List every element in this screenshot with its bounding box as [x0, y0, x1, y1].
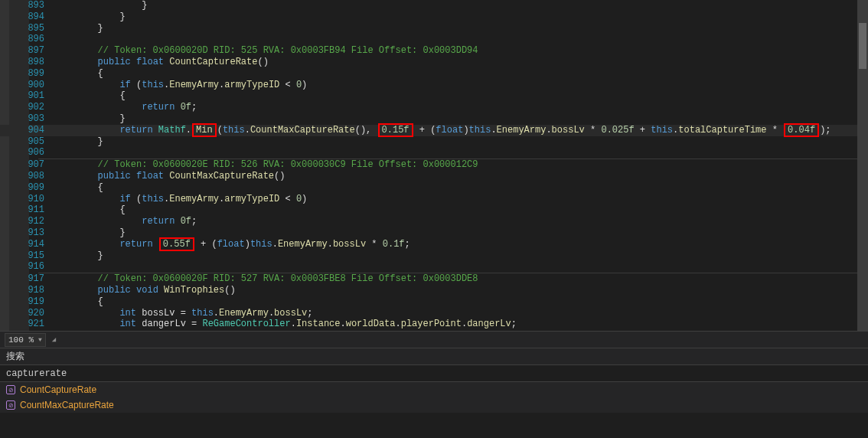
code-line[interactable]: 907 // Token: 0x0600020E RID: 526 RVA: 0…	[0, 159, 868, 171]
code-line[interactable]: 917 // Token: 0x0600020F RID: 527 RVA: 0…	[0, 273, 868, 285]
code-line[interactable]: 908 public float CountMaxCaptureRate()	[0, 171, 868, 182]
line-number: 914	[0, 239, 54, 250]
code-line[interactable]: 897 // Token: 0x0600020D RID: 525 RVA: 0…	[0, 45, 868, 57]
token: .	[245, 125, 250, 136]
token: *	[585, 125, 602, 136]
code-line[interactable]: 909 {	[0, 182, 868, 194]
code-line[interactable]: 921 int dangerLv = ReGameController.Inst…	[0, 319, 868, 330]
token: ;	[191, 216, 197, 227]
search-result-item[interactable]: ⊘CountMaxCaptureRate	[0, 397, 868, 413]
code-content: {	[54, 182, 868, 194]
token: <	[279, 80, 296, 90]
line-number: 918	[0, 285, 54, 296]
code-line[interactable]: 916	[0, 261, 868, 273]
code-line[interactable]: 899 {	[0, 68, 868, 80]
line-number: 909	[0, 182, 54, 194]
code-line[interactable]: 901 {	[0, 90, 868, 102]
code-content: // Token: 0x0600020D RID: 525 RVA: 0x000…	[54, 45, 868, 57]
line-number: 900	[0, 80, 54, 91]
token: 0f	[181, 102, 191, 113]
token: this	[142, 80, 164, 90]
token: }	[142, 0, 147, 11]
token: float	[217, 239, 245, 250]
line-number: 911	[0, 204, 54, 216]
code-line[interactable]: 902 return 0f;	[0, 102, 868, 113]
line-number: 894	[0, 11, 54, 23]
token: EnemyArmy	[219, 308, 269, 319]
code-content	[54, 261, 868, 273]
search-input[interactable]: capturerate	[0, 365, 868, 382]
method-icon: ⊘	[6, 385, 15, 394]
token: }	[119, 11, 125, 22]
code-content: // Token: 0x0600020E RID: 526 RVA: 0x000…	[54, 159, 868, 171]
code-content: }	[54, 250, 868, 262]
scrollbar-thumb[interactable]	[859, 23, 866, 69]
code-line[interactable]: 913 }	[0, 227, 868, 239]
token: ;	[405, 239, 410, 250]
code-line[interactable]: 898 public float CountCaptureRate()	[0, 57, 868, 68]
code-line[interactable]: 906	[0, 147, 868, 159]
code-line[interactable]: 895 }	[0, 23, 868, 34]
token: *	[366, 239, 383, 250]
token: bossLv	[552, 125, 585, 136]
token: float	[136, 171, 164, 181]
token	[175, 102, 180, 113]
code-line[interactable]: 900 if (this.EnemyArmy.armyTypeID < 0)	[0, 80, 868, 91]
token: this	[651, 125, 673, 136]
code-content: public void WinTrophies()	[54, 285, 868, 296]
token: (	[217, 125, 223, 136]
zoom-dropdown[interactable]: 100 % ▼	[5, 333, 46, 347]
code-content: return 0.55f + (float)this.EnemyArmy.bos…	[54, 239, 868, 250]
token: 0.15f	[378, 123, 413, 137]
vertical-scrollbar[interactable]	[857, 0, 868, 331]
token: if	[119, 80, 130, 90]
zoom-value: 100 %	[8, 335, 34, 345]
token: int	[119, 308, 136, 319]
line-number: 919	[0, 296, 54, 308]
code-line[interactable]: 904 return Mathf.Min(this.CountMaxCaptur…	[0, 125, 868, 136]
code-line[interactable]: 893 }	[0, 0, 868, 11]
token: EnemyArmy	[169, 80, 219, 90]
token: <	[279, 194, 296, 204]
token: int	[119, 319, 136, 329]
token: return	[119, 125, 152, 136]
code-content: }	[54, 23, 868, 34]
code-line[interactable]: 920 int bossLv = this.EnemyArmy.bossLv;	[0, 308, 868, 319]
code-content: }	[54, 0, 868, 11]
token: .	[396, 319, 401, 329]
code-line[interactable]: 915 }	[0, 250, 868, 262]
code-line[interactable]: 903 }	[0, 113, 868, 125]
line-number: 917	[0, 273, 54, 285]
token: {	[98, 68, 103, 79]
search-result-label: CountCaptureRate	[20, 384, 96, 395]
token	[158, 285, 164, 296]
token: {	[119, 204, 125, 215]
code-content: {	[54, 204, 868, 216]
token: + (	[414, 125, 436, 136]
code-line[interactable]: 918 public void WinTrophies()	[0, 285, 868, 296]
code-line[interactable]: 910 if (this.EnemyArmy.armyTypeID < 0)	[0, 194, 868, 205]
token: {	[98, 182, 103, 193]
code-line[interactable]: 914 return 0.55f + (float)this.EnemyArmy…	[0, 239, 868, 250]
code-line[interactable]: 905 }	[0, 136, 868, 148]
token: (),	[355, 125, 377, 136]
code-line[interactable]: 894 }	[0, 11, 868, 23]
token: .	[272, 239, 278, 250]
code-line[interactable]: 919 {	[0, 296, 868, 308]
token: CountCaptureRate	[169, 57, 257, 67]
token: ;	[307, 308, 312, 319]
token: }	[98, 136, 103, 147]
code-editor[interactable]: 893 }894 }895 }896897 // Token: 0x060002…	[0, 0, 868, 331]
token	[131, 171, 136, 181]
code-line[interactable]: 896	[0, 34, 868, 45]
code-line[interactable]: 912 return 0f;	[0, 216, 868, 227]
token: // Token: 0x0600020E RID: 526 RVA: 0x000…	[98, 159, 478, 170]
search-result-item[interactable]: ⊘CountCaptureRate	[0, 382, 868, 397]
token: 0	[296, 80, 302, 90]
token: );	[820, 125, 830, 136]
line-number: 895	[0, 23, 54, 34]
code-line[interactable]: 911 {	[0, 204, 868, 216]
token: this	[223, 125, 245, 136]
token	[175, 216, 180, 227]
token: return	[142, 102, 175, 113]
